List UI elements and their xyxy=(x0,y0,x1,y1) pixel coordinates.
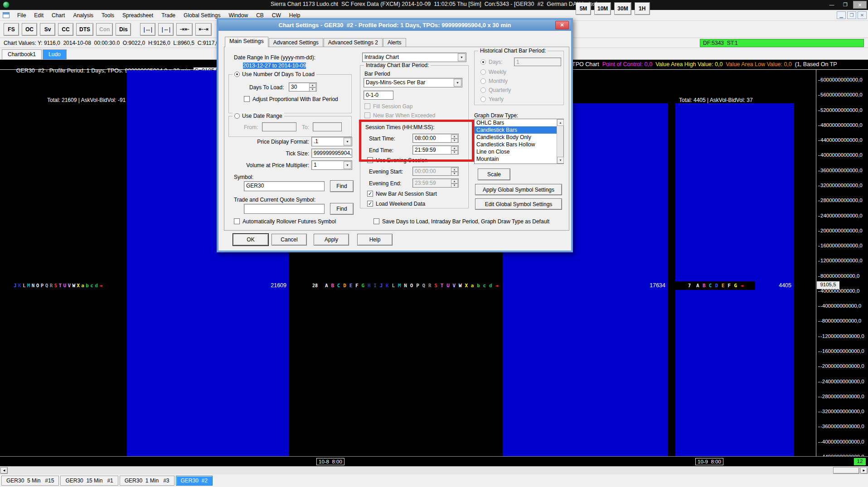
scroll-down-arrow-icon[interactable]: ▼ xyxy=(557,157,564,164)
chart-tab-ger30-15-min-1[interactable]: GER30 15 Min #1 xyxy=(60,476,118,486)
scale-button[interactable]: Scale xyxy=(478,169,510,180)
use-date-range-radio[interactable] xyxy=(234,113,240,119)
volume-multiplier-dropdown[interactable]: 1 ▼ xyxy=(311,160,352,170)
start-time-input[interactable]: 08:00:00 ▲▼ xyxy=(412,134,459,143)
graph-draw-type-option[interactable]: Candlestick Bars Hollow xyxy=(475,141,557,148)
compress-bar-spacing-icon[interactable]: ⇥⇤ xyxy=(176,23,193,36)
expand-bar-spacing-filled-icon[interactable]: |⇔| xyxy=(158,23,174,36)
chartbook-tab-chartbook1[interactable]: Chartbook1 xyxy=(2,49,42,59)
menu-item-spreadsheet[interactable]: Spreadsheet xyxy=(118,11,157,20)
timeframe-button-30m[interactable]: 30M xyxy=(614,2,631,15)
bar-period-dropdown[interactable]: Days-Mins-Secs Per Bar ▼ xyxy=(364,78,462,87)
symbol-input[interactable]: GER30 xyxy=(244,181,325,191)
tick-size-input[interactable]: 999999995904,0 xyxy=(311,149,352,158)
dialog-tab-advanced-settings[interactable]: Advanced Settings xyxy=(269,38,323,47)
price-display-format-dropdown[interactable]: .1 ▼ xyxy=(311,137,352,146)
graph-draw-type-option[interactable]: Line on Close xyxy=(475,148,557,155)
menu-item-trade[interactable]: Trade xyxy=(157,11,179,20)
graph-draw-type-listbox[interactable]: ▲ ▼ OHLC BarsCandlestick BarsCandlestick… xyxy=(474,119,564,164)
toolbar-button-sv[interactable]: Sv xyxy=(40,23,55,36)
chart-tab-ger30-1-min-3[interactable]: GER30 1 Min #3 xyxy=(120,476,175,486)
adjust-proportional-checkbox[interactable]: Adjust Proportional With Bar Period xyxy=(244,96,338,102)
dialog-tab-main-settings[interactable]: Main Settings xyxy=(225,37,268,47)
scale-label: 2000000000000,0 xyxy=(818,228,867,233)
days-to-load-spinner[interactable]: ▲▼ xyxy=(309,83,316,91)
menu-item-analysis[interactable]: Analysis xyxy=(69,11,97,20)
scroll-left-arrow-icon[interactable]: ◄ xyxy=(0,467,8,474)
chart-tab-ger30-5-min-15[interactable]: GER30 5 Min #15 xyxy=(1,476,59,486)
fill-session-gap-checkbox: Fill Session Gap xyxy=(364,103,412,110)
to-input[interactable] xyxy=(313,122,342,131)
symbol-find-button[interactable]: Find xyxy=(330,180,354,192)
dialog-close-icon[interactable]: ✕ xyxy=(555,21,569,29)
auto-rollover-checkbox[interactable]: Automatically Rollover Futures Symbol xyxy=(234,218,336,225)
listbox-scrollbar[interactable]: ▲ ▼ xyxy=(557,119,563,164)
toolbar-button-dis[interactable]: Dis xyxy=(116,23,131,36)
window-close-button[interactable]: ✕ xyxy=(853,1,867,9)
dialog-tab-alerts[interactable]: Alerts xyxy=(383,38,406,47)
menu-item-file[interactable]: File xyxy=(13,11,30,20)
end-time-input[interactable]: 21:59:59 ▲▼ xyxy=(412,145,459,154)
dropdown-arrow-icon[interactable]: ▼ xyxy=(454,79,461,87)
dropdown-arrow-icon[interactable]: ▼ xyxy=(344,161,351,169)
apply-button[interactable]: Apply xyxy=(314,234,349,246)
historical-monthly-radio: Monthly xyxy=(480,78,508,84)
chartbook-tab-ludo[interactable]: Ludo xyxy=(43,49,67,59)
help-button[interactable]: Help xyxy=(357,234,393,246)
toolbar-button-oc[interactable]: OC xyxy=(22,23,37,36)
ok-button[interactable]: OK xyxy=(233,234,268,246)
graph-draw-type-option[interactable]: Mountain xyxy=(475,155,557,163)
toolbar-button-cc[interactable]: CC xyxy=(58,23,73,36)
window-minimize-button[interactable]: — xyxy=(826,1,838,9)
dropdown-arrow-icon[interactable]: ▼ xyxy=(458,53,466,61)
scroll-right-arrow-icon[interactable]: ► xyxy=(860,467,868,474)
menu-item-edit[interactable]: Edit xyxy=(30,11,48,20)
use-days-radio[interactable] xyxy=(234,72,240,77)
scroll-up-arrow-icon[interactable]: ▲ xyxy=(557,119,564,126)
window-restore-button[interactable]: ❐ xyxy=(839,1,851,9)
load-weekend-data-checkbox[interactable]: ✓Load Weekend Data xyxy=(367,201,425,207)
scrollbar-thumb[interactable] xyxy=(833,467,859,474)
graph-draw-type-option[interactable]: Candlestick Body Only xyxy=(475,134,557,141)
cancel-button[interactable]: Cancel xyxy=(272,234,307,246)
expand-bar-spacing-icon[interactable]: |↔| xyxy=(140,23,155,36)
mdi-restore-icon[interactable]: ❐ xyxy=(847,11,856,19)
toolbar-button-dts[interactable]: DTS xyxy=(76,23,93,36)
from-input[interactable] xyxy=(262,122,296,131)
new-bar-at-session-start-checkbox[interactable]: ✓New Bar At Session Start xyxy=(367,191,437,197)
timeframe-button-5m[interactable]: 5M xyxy=(576,2,591,15)
menu-item-chart[interactable]: Chart xyxy=(48,11,69,20)
historical-days-input: 1 xyxy=(514,58,561,66)
mdi-minimize-icon[interactable]: ▁ xyxy=(837,11,846,19)
trade-symbol-find-button[interactable]: Find xyxy=(330,203,354,215)
timeframe-button-10m[interactable]: 10M xyxy=(594,2,611,15)
menu-item-tools[interactable]: Tools xyxy=(97,11,118,20)
bar-period-value-input[interactable]: 0-1-0 xyxy=(364,91,393,100)
price-scale[interactable]: 6000000000000,05600000000000,05200000000… xyxy=(816,70,868,456)
days-to-load-input[interactable]: 30 ▲▼ xyxy=(289,82,317,92)
end-time-spinner[interactable]: ▲▼ xyxy=(451,146,458,154)
symbol-label: Symbol: xyxy=(234,174,253,180)
use-evening-session-checkbox[interactable]: Use Evening Session xyxy=(367,157,427,164)
trade-symbol-input[interactable] xyxy=(244,204,325,214)
time-scale[interactable]: 10-8 8:00 10-9 8:00 12 xyxy=(0,456,868,466)
chart-type-dropdown[interactable]: Intraday Chart ▼ xyxy=(362,53,466,62)
horizontal-scrollbar[interactable]: ◄ ► xyxy=(0,466,868,474)
dialog-title[interactable]: Chart Settings - GER30 #2 - Profile Peri… xyxy=(218,20,571,31)
apply-global-symbol-settings-button[interactable]: Apply Global Symbol Settings xyxy=(475,184,562,195)
edit-global-symbol-settings-button[interactable]: Edit Global Symbol Settings xyxy=(475,198,562,210)
tpo-letter: M xyxy=(27,283,30,289)
scale-label: -800000000000,0 xyxy=(818,318,867,323)
graph-draw-type-option[interactable]: OHLC Bars xyxy=(475,119,557,126)
graph-draw-type-option[interactable]: Candlestick Bars xyxy=(475,126,557,134)
mdi-close-icon[interactable]: ✕ xyxy=(858,11,867,19)
timeframe-button-1h[interactable]: 1H xyxy=(635,2,650,15)
dialog-tab-advanced-settings-2[interactable]: Advanced Settings 2 xyxy=(324,38,383,47)
dropdown-arrow-icon[interactable]: ▼ xyxy=(344,138,351,145)
save-defaults-checkbox[interactable]: Save Days to Load, Intraday Bar Period, … xyxy=(373,218,549,225)
scale-label: 3600000000000,0 xyxy=(818,168,867,173)
toolbar-button-fs[interactable]: FS xyxy=(4,23,19,36)
compress-bar-spacing-filled-icon[interactable]: ⇤⇥ xyxy=(195,23,212,36)
start-time-spinner[interactable]: ▲▼ xyxy=(451,135,458,142)
chart-tab-ger30-2[interactable]: GER30 #2 xyxy=(176,476,213,486)
